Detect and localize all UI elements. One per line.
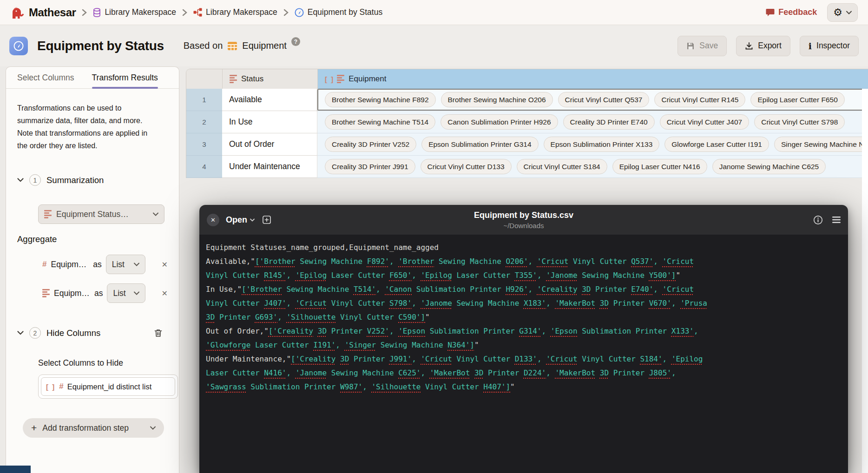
inspector-button[interactable]: i Inspector <box>800 36 859 56</box>
csv-segment: 'Singer <box>345 341 376 349</box>
equipment-chip[interactable]: Epson Sublimation Printer X133 <box>544 137 660 152</box>
source-table-link[interactable]: Equipment <box>242 40 287 51</box>
equipment-chip[interactable]: Cricut Vinyl Cutter D133 <box>421 159 512 174</box>
breadcrumb-exploration[interactable]: Equipment by Status <box>295 7 382 17</box>
mathesar-brand[interactable]: Mathesar <box>10 6 76 20</box>
row-number-cell[interactable]: 2 <box>186 111 222 133</box>
equipment-chip[interactable]: Glowforge Laser Cutter I191 <box>664 137 769 152</box>
feedback-button[interactable]: Feedback <box>766 7 817 17</box>
equipment-chip[interactable]: Creality 3D Printer J991 <box>325 159 415 174</box>
equipment-cell[interactable]: Creality 3D Printer J991Cricut Vinyl Cut… <box>317 156 868 178</box>
page-header: Equipment by Status Based on Equipment ?… <box>0 25 868 66</box>
csv-segment: Printer <box>591 285 631 294</box>
status-cell[interactable]: Available <box>222 89 317 111</box>
row-number-cell[interactable]: 4 <box>186 156 222 178</box>
remove-aggregation-button[interactable]: ✕ <box>162 260 168 269</box>
equipment-chip[interactable]: Canon Sublimation Printer H926 <box>441 114 558 130</box>
document-info-icon[interactable] <box>813 215 823 225</box>
status-cell[interactable]: Under Maintenance <box>222 156 317 178</box>
csv-segment: , <box>412 271 421 280</box>
breadcrumb-schema[interactable]: Library Makerspace <box>193 7 277 17</box>
equipment-chip[interactable]: Cricut Vinyl Cutter R145 <box>654 92 745 107</box>
feedback-label: Feedback <box>778 7 817 17</box>
window-close-button[interactable]: ✕ <box>207 214 219 226</box>
row-number-cell[interactable]: 3 <box>186 133 222 156</box>
equipment-chip[interactable]: Cricut Vinyl Cutter Q537 <box>558 92 650 107</box>
aggregation-function-select[interactable]: List <box>106 255 145 274</box>
csv-segment: Y500'] <box>649 271 676 280</box>
open-file-button[interactable]: Open <box>226 215 255 225</box>
csv-segment: 'MakerBot <box>430 368 470 377</box>
window-subtitle: ~/Downloads <box>474 222 573 230</box>
csv-content[interactable]: Equipment Statuses_name_grouped,Equipmen… <box>199 235 848 473</box>
equipment-chip[interactable]: Creality 3D Printer E740 <box>563 114 655 130</box>
step-summarization-header[interactable]: 1 Summarization <box>17 174 168 186</box>
aggregation-function-value: List <box>113 289 125 298</box>
settings-menu-button[interactable]: ⚙ <box>827 3 858 22</box>
csv-segment: Sublimation Printer <box>578 327 671 335</box>
equipment-chip[interactable]: Singer Sewing Machine N364 <box>774 137 868 152</box>
text-editor-window: ✕ Open Equipment by Status.csv ~/Downloa… <box>199 205 848 473</box>
exploration-page-icon <box>9 37 28 55</box>
csv-line: Out of Order,"['Creality 3D Printer V252… <box>206 324 842 338</box>
csv-segment: Sublimation Printer <box>412 285 506 294</box>
csv-segment: F650' <box>389 271 412 280</box>
equipment-column-label: Equipment <box>349 74 386 84</box>
group-column-select[interactable]: Equipment Status… <box>38 204 164 224</box>
status-cell[interactable]: In Use <box>222 111 317 133</box>
csv-segment: 'Cricut <box>537 257 568 266</box>
csv-segment: Under Maintenance," <box>206 355 291 363</box>
new-tab-icon[interactable] <box>262 215 271 224</box>
equipment-chip[interactable]: Brother Sewing Machine F892 <box>325 92 436 107</box>
header-actions: Save Export i Inspector <box>677 36 859 56</box>
hidden-column-chip[interactable]: [ ] # Equipment_id distinct list <box>41 377 175 396</box>
equipment-chip[interactable]: Epson Sublimation Printer G314 <box>421 137 538 152</box>
equipment-chip[interactable]: Epilog Laser Cutter F650 <box>750 92 844 107</box>
row-number-header-cell[interactable] <box>186 69 223 89</box>
aggregation-function-select[interactable]: List <box>107 283 145 303</box>
csv-segment: Out of Order," <box>206 327 269 335</box>
row-number-cell[interactable]: 1 <box>186 89 222 111</box>
equipment-cell[interactable]: Brother Sewing Machine F892Brother Sewin… <box>317 89 868 111</box>
add-transformation-step-button[interactable]: + Add transformation step <box>23 418 164 438</box>
editor-titlebar[interactable]: ✕ Open Equipment by Status.csv ~/Downloa… <box>199 205 848 235</box>
equipment-chip[interactable]: Brother Sewing Machine T514 <box>325 114 435 130</box>
csv-segment: H407'] <box>483 382 510 391</box>
csv-segment: , <box>362 382 371 391</box>
status-column-header[interactable]: Status <box>223 69 318 89</box>
breadcrumb-database[interactable]: Library Makerspace <box>93 7 176 17</box>
csv-line: In Use,"['Brother Sewing Machine T514', … <box>206 282 842 296</box>
equipment-chip[interactable]: Cricut Vinyl Cutter J407 <box>660 114 750 130</box>
help-icon[interactable]: ? <box>291 37 300 46</box>
equipment-chip[interactable]: Cricut Vinyl Cutter S184 <box>517 159 607 174</box>
tab-select-columns[interactable]: Select Columns <box>17 67 74 88</box>
save-button[interactable]: Save <box>677 36 727 56</box>
equipment-cell[interactable]: Creality 3D Printer V252Epson Sublimatio… <box>317 133 868 156</box>
csv-line: Available,"['Brother Sewing Machine F892… <box>206 255 842 269</box>
equipment-chip[interactable]: Creality 3D Printer V252 <box>325 137 416 152</box>
equipment-column-header[interactable]: [ ] Equipment <box>318 69 868 89</box>
equipment-chip[interactable]: Cricut Vinyl Cutter S798 <box>754 114 845 130</box>
table-scrollbar-track[interactable] <box>862 89 868 473</box>
export-button[interactable]: Export <box>736 36 790 56</box>
hamburger-menu-icon[interactable] <box>832 217 841 223</box>
step-hide-columns-header[interactable]: 2 Hide Columns <box>17 327 168 339</box>
aggregation-function-value: List <box>112 260 125 269</box>
equipment-chip[interactable]: Janome Sewing Machine C625 <box>712 159 826 174</box>
equipment-chip[interactable]: Epilog Laser Cutter N416 <box>612 159 707 174</box>
save-icon <box>686 42 695 50</box>
delete-step-button[interactable] <box>154 329 162 337</box>
csv-segment: 'Silhouette <box>286 313 335 322</box>
step-title: Summarization <box>46 175 104 185</box>
equipment-chip[interactable]: Brother Sewing Machine O206 <box>441 92 553 107</box>
csv-segment: ['Creality <box>269 327 313 335</box>
csv-segment: O206' <box>506 257 528 266</box>
status-cell[interactable]: Out of Order <box>222 133 317 156</box>
csv-segment: " <box>474 341 479 349</box>
remove-aggregation-button[interactable]: ✕ <box>162 289 168 298</box>
csv-segment: V252' <box>367 327 389 335</box>
hidden-columns-input[interactable]: [ ] # Equipment_id distinct list <box>38 374 178 399</box>
tab-transform-results[interactable]: Transform Results <box>92 67 158 88</box>
equipment-cell[interactable]: Brother Sewing Machine T514Canon Sublima… <box>317 111 868 133</box>
group-column-value: Equipment Status… <box>56 210 148 219</box>
